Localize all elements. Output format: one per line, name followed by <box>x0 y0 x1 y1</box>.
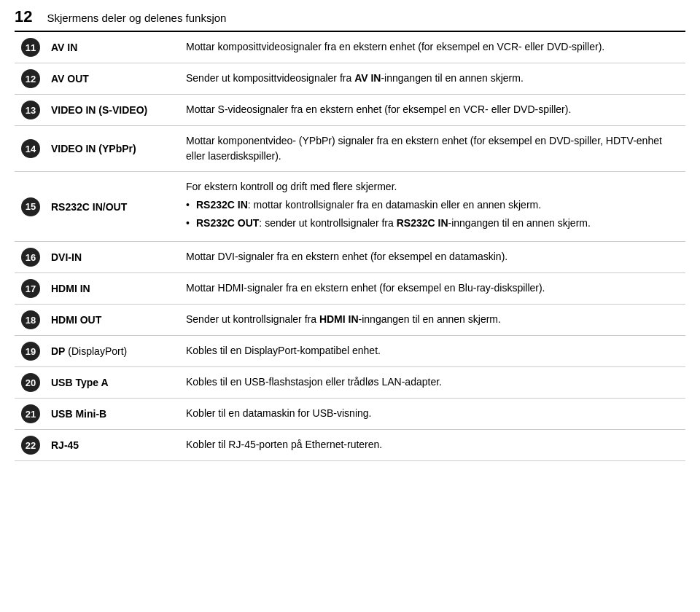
desc-text: Kobler til RJ-45-porten på Ethernet-rute… <box>186 439 382 450</box>
row-number-cell: 14 <box>15 126 47 172</box>
row-number-cell: 22 <box>15 430 47 461</box>
port-name: DP <box>51 345 65 357</box>
table-row: 19DP (DisplayPort)Kobles til en DisplayP… <box>15 336 685 367</box>
circle-number: 16 <box>21 248 40 267</box>
desc-bullet-item: RS232C OUT: sender ut kontrollsignaler f… <box>186 216 681 231</box>
page-number: 12 <box>15 7 32 26</box>
row-name-cell: RJ-45 <box>47 430 182 461</box>
circle-number: 20 <box>21 373 40 392</box>
circle-number: 19 <box>21 342 40 361</box>
desc-text: Mottar komposittvideosignaler fra en eks… <box>186 41 604 52</box>
circle-number: 11 <box>21 38 40 57</box>
row-name-cell: DP (DisplayPort) <box>47 336 182 367</box>
desc-text: Kobles til en USB-flashstasjon eller trå… <box>186 376 442 388</box>
row-name-cell: HDMI IN <box>47 273 182 305</box>
row-number-cell: 18 <box>15 305 47 336</box>
row-name-cell: HDMI OUT <box>47 305 182 336</box>
table-row: 13VIDEO IN (S-VIDEO)Mottar S-videosignal… <box>15 95 685 126</box>
table-row: 16DVI-INMottar DVI-signaler fra en ekste… <box>15 242 685 273</box>
table-row: 20USB Type AKobles til en USB-flashstasj… <box>15 367 685 399</box>
row-desc-cell: Kobles til en USB-flashstasjon eller trå… <box>182 367 685 399</box>
circle-number: 18 <box>21 310 40 329</box>
row-name-cell: RS232C IN/OUT <box>47 172 182 242</box>
row-name-cell: AV OUT <box>47 63 182 95</box>
row-number-cell: 11 <box>15 32 47 63</box>
table-row: 11AV INMottar komposittvideosignaler fra… <box>15 32 685 63</box>
row-number-cell: 16 <box>15 242 47 273</box>
table-row: 21USB Mini-BKobler til en datamaskin for… <box>15 399 685 430</box>
table-row: 22RJ-45Kobler til RJ-45-porten på Ethern… <box>15 430 685 461</box>
row-number-cell: 12 <box>15 63 47 95</box>
row-desc-cell: Mottar S-videosignaler fra en ekstern en… <box>182 95 685 126</box>
circle-number: 17 <box>21 279 40 298</box>
desc-text: Mottar HDMI-signaler fra en ekstern enhe… <box>186 282 545 294</box>
row-desc-cell: Sender ut kontrollsignaler fra HDMI IN-i… <box>182 305 685 336</box>
row-desc-cell: Kobles til en DisplayPort-kompatibel enh… <box>182 336 685 367</box>
circle-number: 12 <box>21 69 40 88</box>
row-name-cell: AV IN <box>47 32 182 63</box>
row-desc-cell: Mottar komposittvideosignaler fra en eks… <box>182 32 685 63</box>
row-desc-cell: Kobler til en datamaskin for USB-visning… <box>182 399 685 430</box>
desc-text: Mottar DVI-signaler fra en ekstern enhet… <box>186 251 508 262</box>
row-number-cell: 20 <box>15 367 47 399</box>
content-table: 11AV INMottar komposittvideosignaler fra… <box>15 32 685 461</box>
circle-number: 13 <box>21 101 40 119</box>
row-name-cell: VIDEO IN (S-VIDEO) <box>47 95 182 126</box>
table-row: 17HDMI INMottar HDMI-signaler fra en eks… <box>15 273 685 305</box>
table-row: 18HDMI OUTSender ut kontrollsignaler fra… <box>15 305 685 336</box>
row-number-cell: 17 <box>15 273 47 305</box>
desc-text: Kobler til en datamaskin for USB-visning… <box>186 407 371 419</box>
table-row: 12AV OUTSender ut komposittvideosignaler… <box>15 63 685 95</box>
desc-intro: For ekstern kontroll og drift med flere … <box>186 179 681 195</box>
table-row: 15RS232C IN/OUTFor ekstern kontroll og d… <box>15 172 685 242</box>
circle-number: 22 <box>21 436 40 455</box>
row-number-cell: 13 <box>15 95 47 126</box>
row-desc-cell: Mottar DVI-signaler fra en ekstern enhet… <box>182 242 685 273</box>
desc-text: Mottar komponentvideo- (YPbPr) signaler … <box>186 135 662 162</box>
row-name-cell: VIDEO IN (YPbPr) <box>47 126 182 172</box>
desc-bold-term: HDMI IN <box>319 313 359 325</box>
desc-bullet-list: RS232C IN: mottar kontrollsignaler fra e… <box>186 197 681 231</box>
table-row: 14VIDEO IN (YPbPr)Mottar komponentvideo-… <box>15 126 685 172</box>
row-number-cell: 21 <box>15 399 47 430</box>
desc-text: Kobles til en DisplayPort-kompatibel enh… <box>186 345 381 356</box>
row-desc-cell: Mottar komponentvideo- (YPbPr) signaler … <box>182 126 685 172</box>
row-desc-cell: Sender ut komposittvideosignaler fra AV … <box>182 63 685 95</box>
row-desc-cell: Mottar HDMI-signaler fra en ekstern enhe… <box>182 273 685 305</box>
row-number-cell: 15 <box>15 172 47 242</box>
page: 12 Skjermens deler og delenes funksjon 1… <box>0 0 700 476</box>
desc-text: Mottar S-videosignaler fra en ekstern en… <box>186 103 571 115</box>
row-number-cell: 19 <box>15 336 47 367</box>
row-name-cell: USB Type A <box>47 367 182 399</box>
circle-number: 21 <box>21 404 40 423</box>
circle-number: 14 <box>21 139 40 158</box>
row-name-cell: DVI-IN <box>47 242 182 273</box>
row-desc-cell: For ekstern kontroll og drift med flere … <box>182 172 685 242</box>
desc-bold-term: AV IN <box>354 72 381 84</box>
page-title: Skjermens deler og delenes funksjon <box>47 12 226 24</box>
circle-number: 15 <box>21 197 40 216</box>
desc-bullet-item: RS232C IN: mottar kontrollsignaler fra e… <box>186 197 681 213</box>
row-name-cell: USB Mini-B <box>47 399 182 430</box>
port-name-extra: (DisplayPort) <box>65 345 127 357</box>
row-desc-cell: Kobler til RJ-45-porten på Ethernet-rute… <box>182 430 685 461</box>
page-header: 12 Skjermens deler og delenes funksjon <box>15 7 685 32</box>
